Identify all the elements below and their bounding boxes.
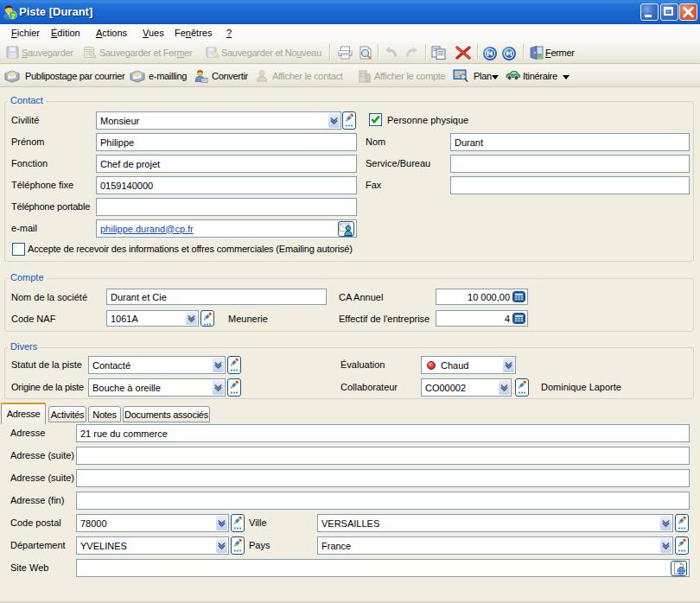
- svg-text:?: ?: [10, 12, 15, 20]
